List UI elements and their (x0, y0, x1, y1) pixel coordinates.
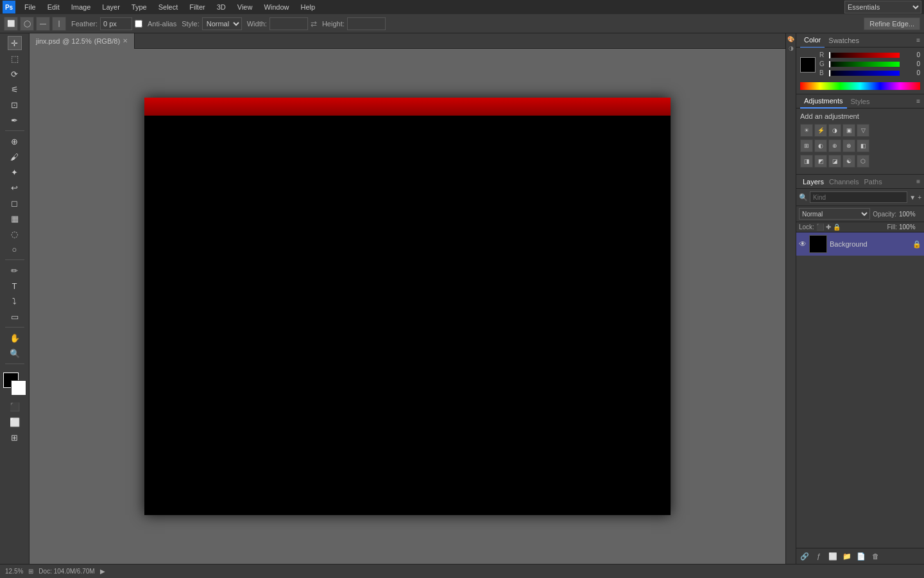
menu-edit[interactable]: Edit (42, 2, 65, 12)
brightness-adj-icon[interactable]: ☀ (800, 124, 813, 137)
add-icon[interactable]: + (918, 194, 921, 201)
selective-color-adj-icon[interactable]: ⬡ (857, 155, 869, 168)
threshold-adj-icon[interactable]: ◪ (828, 155, 841, 168)
menu-filter[interactable]: Filter (184, 2, 210, 12)
new-group-btn[interactable]: 📁 (841, 550, 853, 562)
zoom-tool[interactable]: 🔍 (8, 346, 22, 360)
dodge-tool[interactable]: ○ (8, 242, 22, 256)
color-tab[interactable]: Color (800, 33, 825, 48)
document-tab[interactable]: jinx.psd @ 12.5% (RGB/8) ✕ (30, 33, 135, 49)
color-preview-box[interactable] (800, 57, 816, 73)
channel-mixer-adj-icon[interactable]: ◧ (857, 139, 869, 152)
menu-3d[interactable]: 3D (212, 2, 231, 12)
lock-position-icon[interactable]: ✚ (826, 223, 831, 231)
red-slider[interactable] (828, 53, 900, 58)
background-color[interactable] (11, 380, 26, 396)
refine-edge-button[interactable]: Refine Edge... (864, 17, 920, 30)
bw-adj-icon[interactable]: ⊕ (828, 139, 841, 152)
feather-input[interactable] (100, 17, 132, 30)
menu-type[interactable]: Type (126, 2, 152, 12)
essentials-select[interactable]: Essentials (844, 1, 921, 13)
exposure-adj-icon[interactable]: ▣ (843, 124, 855, 137)
single-col-btn[interactable]: | (52, 17, 66, 31)
eyedropper-tool[interactable]: ✒ (8, 113, 22, 127)
gradient-map-adj-icon[interactable]: ☯ (843, 155, 855, 168)
paths-tab[interactable]: Paths (862, 175, 885, 189)
new-layer-btn[interactable]: 📄 (855, 550, 867, 562)
lock-pixels-icon[interactable]: ⬛ (816, 223, 824, 231)
canvas-container[interactable] (30, 49, 785, 564)
blue-slider[interactable] (828, 71, 900, 76)
style-select[interactable]: Normal (202, 17, 242, 30)
clone-tool[interactable]: ✦ (8, 165, 22, 179)
lock-all-icon[interactable]: 🔒 (833, 223, 841, 231)
shape-tool[interactable]: ▭ (8, 310, 22, 324)
tab-close-btn[interactable]: ✕ (123, 37, 128, 44)
hue-sat-adj-icon[interactable]: ⊞ (800, 139, 813, 152)
search-icon: 🔍 (799, 193, 808, 202)
screen-mode-btn[interactable]: ⬜ (8, 415, 22, 429)
color-mini-icon[interactable]: 🎨 (787, 36, 794, 42)
vibrance-adj-icon[interactable]: ▽ (857, 124, 869, 137)
adjustments-tab[interactable]: Adjustments (800, 94, 847, 109)
menu-file[interactable]: File (19, 2, 41, 12)
layers-search-input[interactable] (810, 191, 907, 203)
adj-panel-menu[interactable]: ≡ (916, 98, 920, 105)
pen-tool[interactable]: ✏ (8, 263, 22, 277)
color-balance-adj-icon[interactable]: ◐ (814, 139, 827, 152)
move-tool[interactable]: ✛ (8, 36, 22, 50)
layers-panel-menu[interactable]: ≡ (916, 178, 920, 185)
hand-tool[interactable]: ✋ (8, 331, 22, 345)
menu-layer[interactable]: Layer (97, 2, 125, 12)
healing-brush-tool[interactable]: ⊕ (8, 134, 22, 148)
quick-mask-btn[interactable]: ⬛ (8, 399, 22, 414)
height-input[interactable] (347, 17, 386, 30)
green-slider[interactable] (828, 62, 900, 67)
link-layers-btn[interactable]: 🔗 (799, 550, 810, 562)
menu-window[interactable]: Window (259, 2, 294, 12)
menu-select[interactable]: Select (153, 2, 184, 12)
width-input[interactable] (270, 17, 308, 30)
curves-adj-icon[interactable]: ◑ (828, 124, 841, 137)
anti-alias-checkbox[interactable] (135, 20, 142, 28)
filter-icon[interactable]: ▼ (909, 194, 916, 201)
single-row-btn[interactable]: — (36, 17, 50, 31)
channels-tab[interactable]: Channels (826, 175, 861, 189)
quick-select-tool[interactable]: ⚟ (8, 82, 22, 96)
color-panel-menu[interactable]: ≡ (916, 37, 920, 44)
ellipse-marquee-btn[interactable]: ◯ (20, 17, 34, 31)
layer-visibility-icon[interactable]: 👁 (799, 240, 807, 249)
spectrum-bar[interactable] (800, 82, 920, 90)
menu-view[interactable]: View (232, 2, 258, 12)
eraser-tool[interactable]: ◻ (8, 196, 22, 210)
artboard-btn[interactable]: ⊞ (8, 430, 22, 444)
marquee-tool[interactable]: ⬚ (8, 51, 22, 66)
adj-mini-icon[interactable]: ◑ (789, 45, 794, 51)
layers-tab[interactable]: Layers (800, 175, 826, 189)
photo-filter-adj-icon[interactable]: ⊗ (843, 139, 855, 152)
brush-tool[interactable]: 🖌 (8, 150, 22, 164)
menu-help[interactable]: Help (296, 2, 321, 12)
blur-tool[interactable]: ◌ (8, 227, 22, 241)
styles-tab[interactable]: Styles (847, 94, 874, 109)
levels-adj-icon[interactable]: ⚡ (814, 124, 827, 137)
posterize-adj-icon[interactable]: ◩ (814, 155, 827, 168)
swatches-tab[interactable]: Swatches (825, 33, 863, 48)
add-style-btn[interactable]: ƒ (813, 550, 825, 562)
invert-adj-icon[interactable]: ◨ (800, 155, 813, 168)
type-tool[interactable]: T (8, 279, 22, 293)
history-brush-tool[interactable]: ↩ (8, 180, 22, 195)
gradient-tool[interactable]: ▦ (8, 211, 22, 225)
lasso-tool[interactable]: ⟳ (8, 67, 22, 81)
menu-image[interactable]: Image (66, 2, 96, 12)
rect-marquee-btn[interactable]: ⬜ (4, 17, 18, 31)
crop-tool[interactable]: ⊡ (8, 98, 22, 112)
zoom-icon[interactable]: ⊞ (28, 568, 33, 575)
expand-arrow[interactable]: ▶ (100, 568, 105, 575)
layer-row-background[interactable]: 👁 Background 🔒 (796, 232, 924, 256)
path-selection-tool[interactable]: ⤵ (8, 294, 22, 308)
add-mask-btn[interactable]: ⬜ (827, 550, 839, 562)
color-boxes[interactable] (3, 372, 26, 396)
delete-layer-btn[interactable]: 🗑 (869, 550, 881, 562)
layers-blend-mode-select[interactable]: Normal (799, 208, 870, 220)
